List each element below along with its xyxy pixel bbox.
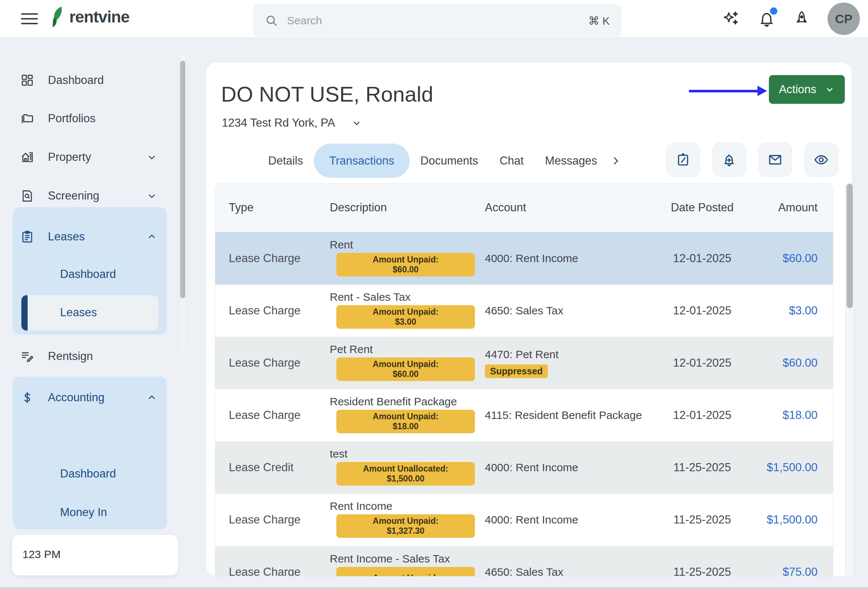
transaction-date: 12-01-2025 bbox=[647, 252, 757, 265]
rentsign-pen-icon bbox=[20, 349, 34, 363]
transactions-table: Type Description Account Date Posted Amo… bbox=[215, 183, 833, 576]
transaction-account: 4470: Pet Rent Suppressed bbox=[485, 337, 647, 389]
annotation-arrow bbox=[689, 90, 758, 93]
amount-unallocated-badge: Amount Unallocated:$1,500.00 bbox=[337, 462, 475, 486]
sidebar-subitem-accounting-dashboard[interactable]: Dashboard bbox=[13, 461, 167, 487]
tab-chat[interactable]: Chat bbox=[489, 144, 534, 178]
main-scrollbar[interactable] bbox=[845, 183, 855, 576]
amount-unpaid-badge: Amount Unpaid:$3.00 bbox=[337, 305, 475, 329]
transaction-type: Lease Charge bbox=[229, 356, 330, 370]
transaction-type: Lease Charge bbox=[229, 252, 330, 265]
chevron-up-icon bbox=[146, 231, 157, 242]
column-header-date-posted: Date Posted bbox=[647, 201, 757, 214]
chevron-down-icon bbox=[351, 118, 362, 128]
brand-wordmark: rentvine bbox=[69, 8, 129, 26]
table-row[interactable]: Lease Charge Pet Rent Amount Unpaid:$60.… bbox=[215, 337, 833, 389]
rocket-icon[interactable] bbox=[793, 10, 810, 28]
tab-messages[interactable]: Messages bbox=[534, 144, 608, 178]
tab-details[interactable]: Details bbox=[258, 144, 314, 178]
eye-icon bbox=[813, 152, 829, 168]
rentvine-leaf-icon bbox=[49, 7, 66, 27]
search-input[interactable]: Search ⌘ K bbox=[254, 5, 621, 37]
chevron-up-icon bbox=[146, 392, 157, 403]
search-shortcut: ⌘ K bbox=[588, 14, 610, 27]
sidebar-group-accounting: Accounting Dashboard Money In Money Out bbox=[13, 377, 167, 529]
main-scrollbar-thumb[interactable] bbox=[847, 184, 853, 308]
column-header-description: Description bbox=[330, 201, 485, 214]
transaction-amount-link[interactable]: $3.00 bbox=[757, 304, 818, 317]
window-bottom-edge bbox=[0, 587, 868, 589]
sidebar-item-screening[interactable]: Screening bbox=[13, 183, 168, 209]
sidebar-scrollbar[interactable] bbox=[179, 55, 186, 349]
table-header-row: Type Description Account Date Posted Amo… bbox=[215, 183, 833, 232]
transaction-account: 4000: Rent Income bbox=[485, 232, 647, 284]
column-header-account: Account bbox=[485, 201, 647, 214]
send-email-button[interactable] bbox=[758, 143, 792, 177]
transaction-type: Lease Charge bbox=[229, 304, 330, 317]
table-row[interactable]: Lease Credit test Amount Unallocated:$1,… bbox=[215, 442, 833, 494]
watch-button[interactable] bbox=[804, 143, 838, 177]
sidebar-item-accounting[interactable]: Accounting bbox=[13, 385, 168, 411]
ai-sparkles-icon[interactable] bbox=[723, 10, 741, 28]
edit-note-button[interactable] bbox=[666, 143, 700, 177]
transaction-amount-link[interactable]: $60.00 bbox=[757, 252, 818, 265]
rentvine-logo[interactable]: rentvine bbox=[49, 7, 129, 27]
sidebar-item-property[interactable]: Property bbox=[13, 144, 168, 170]
tab-transactions[interactable]: Transactions bbox=[314, 144, 410, 178]
transaction-description: Pet Rent bbox=[330, 343, 485, 356]
transaction-amount-link[interactable]: $1,500.00 bbox=[757, 513, 818, 526]
property-house-icon bbox=[20, 150, 34, 164]
clipboard-icon bbox=[20, 230, 34, 244]
screening-document-icon bbox=[20, 189, 34, 203]
transaction-amount-link[interactable]: $1,500.00 bbox=[757, 461, 818, 474]
transaction-account: 4000: Rent Income bbox=[485, 442, 647, 494]
transaction-amount-link[interactable]: $60.00 bbox=[757, 356, 818, 370]
column-header-amount: Amount bbox=[757, 201, 818, 214]
quick-action-buttons bbox=[666, 143, 838, 177]
transaction-account: 4650: Sales Tax bbox=[485, 546, 647, 576]
sidebar-nav: Dashboard Portfolios Property Screening bbox=[0, 38, 195, 589]
notification-badge-dot bbox=[770, 7, 777, 15]
add-reminder-button[interactable] bbox=[712, 143, 746, 177]
transaction-account: 4650: Sales Tax bbox=[485, 284, 647, 337]
property-address-dropdown[interactable]: 1234 Test Rd York, PA bbox=[222, 116, 362, 130]
column-header-type: Type bbox=[229, 201, 330, 214]
chevron-down-icon bbox=[146, 152, 157, 163]
sidebar-subitem-leases-leases-active[interactable]: Leases bbox=[21, 295, 158, 331]
chevron-down-icon bbox=[825, 84, 835, 94]
table-row[interactable]: Lease Charge Rent - Sales Tax Amount Unp… bbox=[215, 284, 833, 337]
sidebar-item-portfolios[interactable]: Portfolios bbox=[13, 106, 168, 131]
search-placeholder: Search bbox=[287, 14, 588, 27]
tabs-overflow-chevron-right-icon[interactable] bbox=[610, 155, 621, 166]
tab-documents[interactable]: Documents bbox=[410, 144, 489, 178]
sidebar-scrollbar-thumb[interactable] bbox=[180, 61, 185, 298]
user-avatar[interactable]: CP bbox=[827, 3, 860, 35]
hamburger-menu-icon[interactable] bbox=[21, 13, 38, 25]
sidebar-item-leases[interactable]: Leases bbox=[13, 224, 168, 250]
sidebar-subitem-money-in[interactable]: Money In bbox=[13, 499, 167, 525]
clock-widget: 123 PM bbox=[12, 535, 178, 576]
sidebar-item-rentsign[interactable]: Rentsign bbox=[13, 343, 168, 369]
transaction-date: 11-25-2025 bbox=[647, 513, 757, 526]
amount-unpaid-badge: Amount Unpaid:$60.00 bbox=[337, 253, 475, 277]
transaction-description: Rent - Sales Tax bbox=[330, 291, 485, 303]
sidebar-subitem-leases-dashboard[interactable]: Dashboard bbox=[13, 261, 167, 287]
sidebar-item-dashboard[interactable]: Dashboard bbox=[13, 67, 168, 93]
table-row[interactable]: Lease Charge Rent Income Amount Unpaid:$… bbox=[215, 494, 833, 546]
transaction-date: 12-01-2025 bbox=[647, 356, 757, 370]
transaction-amount-link[interactable]: $18.00 bbox=[757, 409, 818, 422]
tab-bar: Details Transactions Documents Chat Mess… bbox=[258, 144, 621, 178]
actions-button[interactable]: Actions bbox=[769, 75, 845, 104]
envelope-icon bbox=[768, 152, 783, 168]
table-row[interactable]: Lease Charge Resident Benefit Package Am… bbox=[215, 389, 833, 442]
transaction-amount-link[interactable]: $75.00 bbox=[757, 565, 818, 576]
transaction-date: 12-01-2025 bbox=[647, 304, 757, 317]
transaction-description: Rent Income - Sales Tax bbox=[330, 552, 485, 565]
table-row[interactable]: Lease Charge Rent Income - Sales Tax Amo… bbox=[215, 546, 833, 576]
suppressed-badge: Suppressed bbox=[485, 364, 548, 378]
dollar-icon bbox=[20, 390, 34, 405]
notifications-bell-icon[interactable] bbox=[757, 10, 776, 28]
property-address: 1234 Test Rd York, PA bbox=[222, 116, 335, 130]
table-row[interactable]: Lease Charge Rent Amount Unpaid:$60.00 4… bbox=[215, 232, 833, 284]
amount-unpaid-badge: Amount Unpaid:$60.00 bbox=[337, 358, 475, 381]
